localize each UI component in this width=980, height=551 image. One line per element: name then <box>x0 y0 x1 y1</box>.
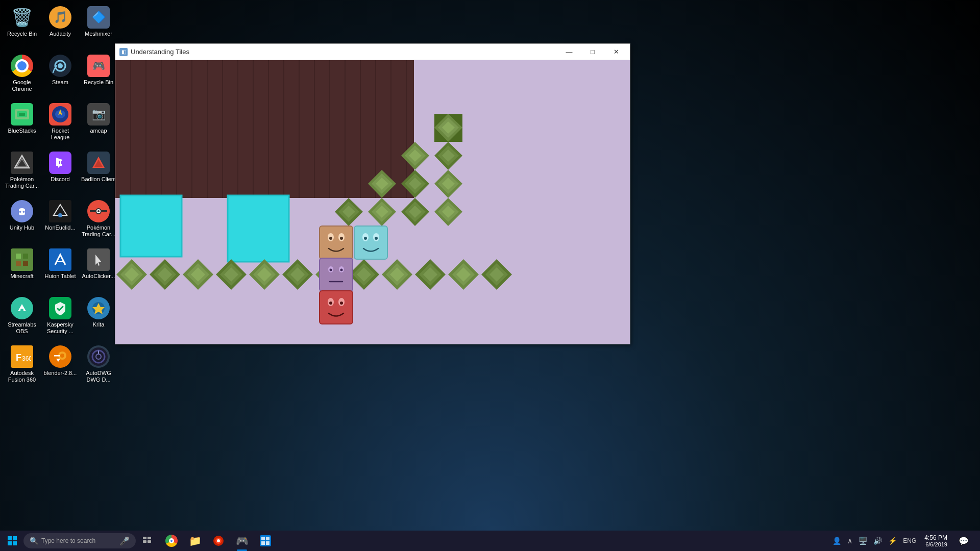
svg-point-19 <box>19 211 21 213</box>
people-tray-icon[interactable]: 👤 <box>830 537 843 545</box>
game-content <box>115 60 630 344</box>
kaspersky-icon <box>49 297 71 319</box>
svg-rect-178 <box>266 541 270 545</box>
svg-point-155 <box>330 269 332 271</box>
svg-rect-177 <box>261 541 265 545</box>
desktop-icon-autodwg[interactable]: AutoDWG DWG D... <box>81 343 116 389</box>
chrome-label: Google Chrome <box>5 79 39 92</box>
krita-icon <box>87 297 110 319</box>
recycle-bin-label: Recycle Bin <box>7 31 37 37</box>
autodwg-label: AutoDWG DWG D... <box>81 370 116 383</box>
desktop-icon-badlion[interactable]: Badlion Client <box>81 149 116 195</box>
battery-icon[interactable]: ⚡ <box>886 537 899 545</box>
desktop-icon-kaspersky[interactable]: Kaspersky Security ... <box>42 295 78 341</box>
desktop-icon-unity[interactable]: Pokémon Trading Car... <box>4 149 40 195</box>
svg-rect-158 <box>320 291 353 324</box>
desktop-icon-autoclicker[interactable]: AutoClicker... <box>81 246 116 292</box>
svg-rect-169 <box>143 540 146 543</box>
taskbar-app5[interactable] <box>254 531 277 551</box>
desktop-icon-bluestacks[interactable]: BlueStacks <box>4 101 40 147</box>
badlion-label: Badlion Client <box>81 176 116 183</box>
desktop-icon-recycle-bin[interactable]: 🗑️ Recycle Bin <box>4 4 40 50</box>
kaspersky-label: Kaspersky Security ... <box>43 321 78 335</box>
desktop-icon-amcap[interactable]: 📷 amcap <box>81 101 116 147</box>
unity-label: Pokémon Trading Car... <box>5 176 39 189</box>
huion-icon <box>49 248 71 271</box>
unity-hub-icon <box>49 200 71 222</box>
desktop-icon-meshmixer[interactable]: 🔷 Meshmixer <box>81 4 116 50</box>
notification-icon: 💬 <box>959 536 969 546</box>
svg-rect-52 <box>115 60 414 198</box>
desktop-icon-audacity[interactable]: 🎵 Audacity <box>42 4 78 50</box>
minimize-button[interactable]: — <box>557 44 581 60</box>
svg-rect-166 <box>13 541 17 545</box>
svg-rect-29 <box>16 254 21 259</box>
task-view-button[interactable] <box>137 531 157 551</box>
svg-point-145 <box>329 237 332 240</box>
desktop-icon-fusion360[interactable]: F 360 Autodesk Fusion 360 <box>4 343 40 389</box>
desktop-icon-rocket-league[interactable]: Rocket League <box>42 101 78 147</box>
desktop-icon-blender[interactable]: blender-2.8... <box>42 343 78 389</box>
maximize-button[interactable]: □ <box>581 44 604 60</box>
desktop-icon-itch[interactable]: 🎮 Recycle Bin <box>81 53 116 98</box>
svg-rect-31 <box>16 261 21 266</box>
taskbar-system-tray: 👤 ∧ 🖥️ 🔊 ⚡ ENG 4:56 PM 6/6/2019 💬 <box>830 531 978 551</box>
clock-time: 4:56 PM <box>924 534 947 541</box>
svg-rect-175 <box>261 537 265 540</box>
start-button[interactable] <box>2 531 22 551</box>
svg-rect-5 <box>19 113 25 116</box>
svg-point-150 <box>364 237 367 240</box>
desktop-icon-minecraft[interactable]: Minecraft <box>4 246 40 292</box>
microphone-icon: 🎤 <box>119 536 130 546</box>
svg-text:360: 360 <box>22 355 31 362</box>
volume-icon[interactable]: 🔊 <box>871 537 884 545</box>
svg-rect-167 <box>143 537 146 539</box>
svg-point-20 <box>23 211 25 213</box>
badlion-icon <box>87 152 110 174</box>
svg-rect-28 <box>13 251 31 269</box>
app3-icon <box>213 535 224 546</box>
desktop-icon-chrome[interactable]: Google Chrome <box>4 53 40 98</box>
network-icon[interactable]: 🖥️ <box>856 537 869 545</box>
amcap-label: amcap <box>90 128 107 134</box>
svg-rect-13 <box>59 161 60 164</box>
fusion360-label: Autodesk Fusion 360 <box>5 370 39 383</box>
svg-rect-105 <box>228 195 289 262</box>
svg-rect-164 <box>13 536 17 540</box>
close-button[interactable]: ✕ <box>604 44 628 60</box>
desktop-icon-krita[interactable]: Krita <box>81 295 116 341</box>
svg-point-161 <box>329 302 332 305</box>
svg-rect-163 <box>8 536 12 540</box>
notification-center-button[interactable]: 💬 <box>953 531 974 551</box>
desktop-icon-unity-hub[interactable]: NonEuclid... <box>42 198 78 244</box>
taskbar-search-box[interactable]: 🔍 Type here to search 🎤 <box>23 533 136 548</box>
app4-icon: 🎮 <box>236 535 249 547</box>
audacity-label: Audacity <box>50 31 71 37</box>
taskbar-chrome-app[interactable] <box>160 531 183 551</box>
desktop-icon-discord[interactable]: Unity Hub <box>4 198 40 244</box>
understanding-tiles-window: ◧ Understanding Tiles — □ ✕ <box>115 43 630 344</box>
desktop-icons-area: 🗑️ Recycle Bin 🎵 Audacity 🔷 Meshmixer Go… <box>0 0 112 408</box>
minecraft-label: Minecraft <box>10 273 33 280</box>
twitch-icon <box>49 152 71 174</box>
show-hidden-icons[interactable]: ∧ <box>845 537 854 545</box>
autodwg-icon <box>87 345 110 368</box>
desktop-icon-huion[interactable]: Huion Tablet <box>42 246 78 292</box>
system-clock[interactable]: 4:56 PM 6/6/2019 <box>920 534 951 547</box>
taskbar-app3[interactable] <box>207 531 230 551</box>
svg-rect-30 <box>23 254 28 259</box>
pokemon-label: Pokémon Trading Car... <box>81 224 116 238</box>
svg-point-36 <box>20 309 23 312</box>
taskbar-explorer-app[interactable]: 📁 <box>184 531 206 551</box>
language-icon: ENG <box>901 537 918 544</box>
svg-rect-176 <box>266 537 270 540</box>
taskbar-pinned-apps: 📁 🎮 <box>160 531 277 551</box>
autoclicker-label: AutoClicker... <box>82 273 115 280</box>
fusion360-icon: F 360 <box>11 345 33 368</box>
desktop-icon-steam[interactable]: Steam <box>42 53 78 98</box>
desktop-icon-pokemon[interactable]: Pokémon Trading Car... <box>81 198 116 244</box>
svg-rect-14 <box>61 161 62 164</box>
desktop-icon-streamlabs[interactable]: Streamlabs OBS <box>4 295 40 341</box>
taskbar-app4[interactable]: 🎮 <box>231 531 253 551</box>
desktop-icon-twitch[interactable]: Discord <box>42 149 78 195</box>
